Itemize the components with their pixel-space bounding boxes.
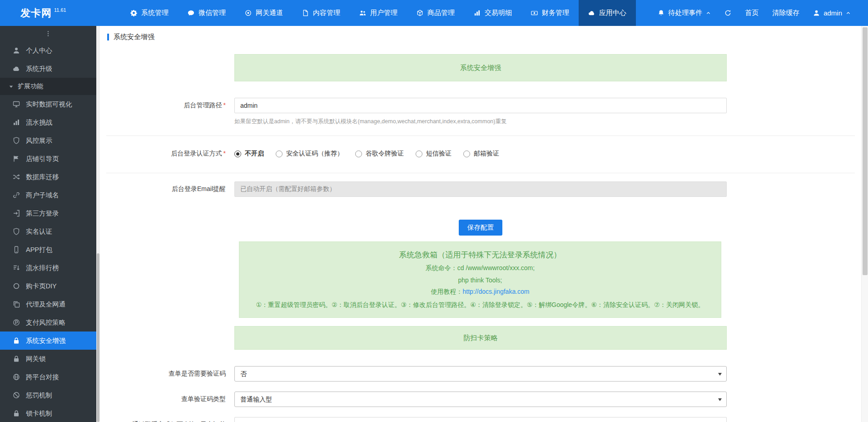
sidebar-item-realname-auth[interactable]: 实名认证 [0, 222, 96, 241]
tutorial-link[interactable]: http://docs.jingfaka.com [462, 288, 529, 295]
sidebar-section-extensions-section[interactable]: 扩展功能 [0, 78, 96, 95]
topnav-item-label: 内容管理 [313, 9, 340, 17]
sidebar-item-punishment-mechanism[interactable]: 惩罚机制 [0, 386, 96, 404]
auth-method-radio-1[interactable]: 安全认证码（推荐） [276, 150, 343, 158]
cloud-icon [588, 10, 595, 16]
radio-label: 不开启 [245, 150, 264, 158]
topnav-item-label: 交易明细 [485, 9, 512, 17]
payment-icon [12, 319, 20, 326]
radio-circle-icon [463, 151, 470, 157]
sidebar-item-shop-guide-page[interactable]: 店铺引导页 [0, 150, 96, 168]
chart-icon [474, 10, 481, 16]
topnav-item-system-management[interactable]: 系统管理 [121, 0, 178, 26]
sidebar-item-buy-page-diy[interactable]: 购卡页DIY [0, 277, 96, 295]
shield-icon [12, 137, 20, 144]
gear-icon [130, 10, 137, 16]
captcha-type-label: 查单验证码类型 [100, 395, 226, 403]
admin-menu-button[interactable]: admin [813, 9, 851, 17]
topnav-item-product-management[interactable]: 商品管理 [407, 0, 464, 26]
rescue-box-commands: 系统命令：cd /www/wwwroot/xxx.com;php think T… [244, 264, 716, 284]
auth-method-radio-0[interactable]: 不开启 [234, 150, 264, 158]
topnav-item-user-management[interactable]: 用户管理 [350, 0, 407, 26]
sidebar-item-database-migration[interactable]: 数据库迁移 [0, 168, 96, 186]
sidebar-item-realtime-visualization[interactable]: 实时数据可视化 [0, 95, 96, 113]
sidebar-item-personal-center[interactable]: 个人中心 [0, 41, 96, 60]
admin-menu-label: admin [823, 9, 842, 17]
query-days-input[interactable] [234, 417, 727, 422]
sidebar-item-app-package[interactable]: APP打包 [0, 241, 96, 259]
query-captcha-select[interactable]: 否 [234, 366, 727, 382]
home-label: 首页 [745, 9, 759, 17]
captcha-type-select[interactable]: 普通输入型 [234, 392, 727, 407]
sidebar-collapse-button[interactable] [0, 26, 96, 41]
sidebar-item-gateway-lock[interactable]: 网关锁 [0, 350, 96, 368]
sidebar-item-third-party-login[interactable]: 第三方登录 [0, 204, 96, 222]
brand-version: 11.61 [54, 7, 66, 13]
radio-circle-icon [234, 151, 241, 157]
sidebar-item-label: 实名认证 [26, 227, 52, 236]
shield-icon [12, 228, 20, 235]
query-captcha-label: 查单是否需要验证码 [100, 370, 226, 378]
topnav-item-app-center[interactable]: 应用中心 [579, 0, 636, 26]
query-days-field [234, 417, 727, 422]
auth-method-radio-2[interactable]: 谷歌令牌验证 [355, 150, 404, 158]
sidebar-item-label: 个人中心 [26, 46, 52, 55]
rescue-command-line-1: php think Tools; [244, 276, 716, 284]
captcha-type-field: 普通输入型 [234, 392, 727, 407]
topnav-item-transaction-detail[interactable]: 交易明细 [464, 0, 521, 26]
captcha-type-value: 普通输入型 [235, 392, 726, 407]
sidebar-item-label: 流水排行榜 [26, 264, 59, 272]
admin-path-row: 后台管理路径* [100, 98, 861, 113]
top-right-menu: 待处理事件首页清除缓存admin [658, 0, 868, 26]
bell-icon [658, 10, 665, 16]
topnav-item-gateway-channel[interactable]: 网关通道 [235, 0, 293, 26]
refresh-button[interactable] [724, 10, 731, 16]
main-content: 系统安全增强 系统安全增强 后台管理路径* 如果留空默认是admin，请不要与系… [100, 26, 861, 422]
sidebar-scrollbar-thumb[interactable] [97, 253, 99, 422]
sidebar-item-payment-risk-policy[interactable]: 支付风控策略 [0, 313, 96, 332]
gateway-icon [245, 10, 252, 16]
caret-up-icon [846, 10, 851, 15]
email-notice-label: 后台登录Email提醒 [100, 185, 226, 193]
sidebar-item-flow-ranking[interactable]: 流水排行榜 [0, 259, 96, 277]
admin-path-input[interactable] [234, 98, 727, 113]
sidebar-item-card-lock-mechanism[interactable]: 锁卡机制 [0, 404, 96, 422]
sidebar-item-label: 第三方登录 [26, 209, 59, 218]
brand-name: 发卡网 [20, 6, 52, 20]
sidebar-item-flow-challenge[interactable]: 流水挑战 [0, 113, 96, 131]
auth-method-row: 后台登录认证方式* 不开启安全认证码（推荐）谷歌令牌验证短信验证邮箱验证 [100, 145, 861, 163]
radio-circle-icon [276, 151, 283, 157]
brand-logo[interactable]: 发卡网 11.61 [0, 0, 100, 26]
save-config-button[interactable]: 保存配置 [459, 220, 502, 236]
sidebar-item-label: 锁卡机制 [26, 409, 52, 418]
topnav-item-label: 应用中心 [599, 9, 626, 17]
sidebar-item-merchant-subdomain[interactable]: 商户子域名 [0, 186, 96, 204]
sidebar-item-cross-platform[interactable]: 跨平台对接 [0, 368, 96, 386]
auth-method-radio-group: 不开启安全认证码（推荐）谷歌令牌验证短信验证邮箱验证 [234, 150, 727, 158]
topnav-item-finance-management[interactable]: 财务管理 [521, 0, 579, 26]
window-scrollbar[interactable] [861, 26, 868, 422]
page-title-row: 系统安全增强 [100, 26, 861, 48]
sidebar-item-risk-display[interactable]: 风控展示 [0, 131, 96, 150]
clear-cache-button[interactable]: 清除缓存 [772, 9, 799, 17]
admin-path-help: 如果留空默认是admin，请不要与系统默认模块名(manage,demo,wec… [234, 118, 861, 126]
window-scrollbar-thumb[interactable] [863, 27, 868, 275]
sidebar-scrollbar[interactable] [96, 26, 100, 422]
pending-events-button[interactable]: 待处理事件 [658, 9, 711, 17]
user-icon [12, 47, 20, 54]
sidebar-item-system-upgrade[interactable]: 系统升级 [0, 60, 96, 78]
auth-method-radio-4[interactable]: 邮箱验证 [463, 150, 499, 158]
auth-method-radio-3[interactable]: 短信验证 [416, 150, 451, 158]
link-icon [12, 191, 20, 199]
sidebar-item-system-security[interactable]: 系统安全增强 [0, 332, 96, 350]
topnav-item-label: 微信管理 [198, 9, 226, 17]
sidebar-item-label: 风控展示 [26, 136, 52, 145]
sidebar-item-label: 系统安全增强 [26, 337, 65, 345]
query-captcha-value: 否 [235, 367, 726, 381]
home-button[interactable]: 首页 [745, 9, 759, 17]
sidebar-item-agent-network[interactable]: 代理及全网通 [0, 295, 96, 313]
topnav-item-content-management[interactable]: 内容管理 [293, 0, 350, 26]
topbar: 发卡网 11.61 系统管理微信管理网关通道内容管理用户管理商品管理交易明细财务… [0, 0, 868, 26]
sidebar-item-label: APP打包 [26, 246, 52, 254]
topnav-item-wechat-management[interactable]: 微信管理 [178, 0, 235, 26]
